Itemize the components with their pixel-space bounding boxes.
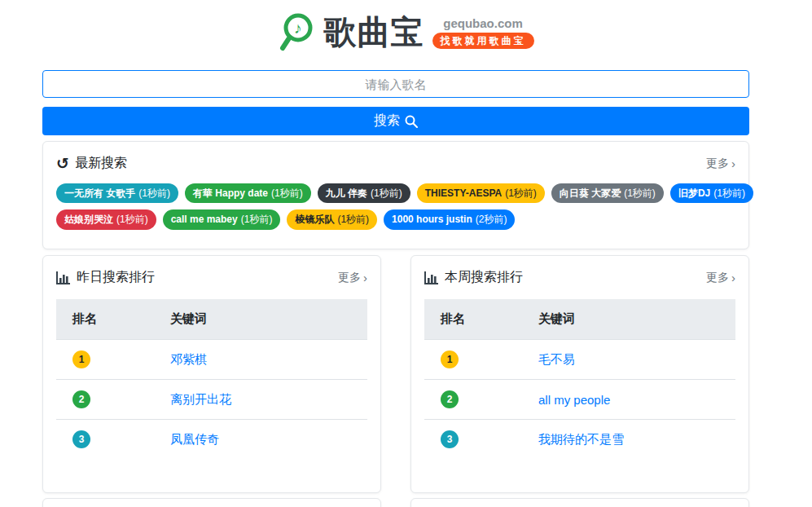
- table-row: 2all my people: [424, 380, 735, 420]
- chevron-right-icon: ›: [731, 157, 735, 170]
- tag-label: 旧梦DJ: [678, 187, 710, 199]
- ranking-more-link[interactable]: 更多 ›: [706, 271, 735, 285]
- tag-time: (1秒前): [241, 214, 273, 225]
- tag-label: 有華 Happy date: [193, 187, 268, 199]
- search-tag[interactable]: 九儿 伴奏(1秒前): [318, 183, 410, 203]
- keyword-link[interactable]: 毛不易: [538, 352, 575, 366]
- tag-label: THIESTY-AESPA: [425, 187, 502, 199]
- search-tag[interactable]: THIESTY-AESPA(1秒前): [417, 183, 545, 203]
- keyword-link[interactable]: all my people: [538, 393, 610, 407]
- search-tag[interactable]: 旧梦DJ(1秒前): [670, 183, 753, 203]
- latest-search-title: 最新搜索: [75, 155, 127, 172]
- chevron-right-icon: ›: [363, 271, 367, 284]
- site-domain: gequbao.com: [443, 16, 523, 30]
- table-row: 2离别开出花: [56, 380, 367, 420]
- latest-more-link[interactable]: 更多 ›: [706, 157, 735, 171]
- bar-chart-icon: [424, 271, 439, 284]
- keyword-link[interactable]: 邓紫棋: [170, 352, 207, 366]
- ranking-header: 昨日搜索排行 更多 ›: [56, 269, 367, 286]
- tag-label: 九儿 伴奏: [326, 187, 367, 199]
- table-row: 1邓紫棋: [56, 340, 367, 380]
- ranking-panel-week: 本周搜索排行 更多 › 排名 关键词 1毛不易2all my people3我期…: [410, 255, 749, 493]
- ranking-panel-yesterday: 昨日搜索排行 更多 › 排名 关键词 1邓紫棋2离别开出花3凤凰传奇: [42, 255, 381, 493]
- search-tag[interactable]: 姑娘别哭泣(1秒前): [56, 209, 156, 229]
- ranking-rows: 1毛不易2all my people3我期待的不是雪: [424, 340, 735, 460]
- search-tag[interactable]: 棱镜乐队(1秒前): [287, 209, 377, 229]
- table-row: 3我期待的不是雪: [424, 420, 735, 460]
- tag-time: (1秒前): [624, 187, 656, 199]
- site-slogan-badge: 找歌就用歌曲宝: [432, 33, 534, 49]
- tag-label: 1000 hours justin: [392, 214, 472, 225]
- tag-label: 一无所有 女歌手: [64, 187, 135, 199]
- search-input[interactable]: [42, 70, 749, 98]
- latest-search-panel: ↺ 最新搜索 更多 › 一无所有 女歌手(1秒前)有華 Happy date(1…: [42, 141, 749, 249]
- tag-row: 姑娘别哭泣(1秒前)call me mabey(1秒前)棱镜乐队(1秒前)100…: [56, 209, 735, 229]
- ranking-title: 本周搜索排行: [445, 269, 523, 286]
- tag-time: (1秒前): [138, 187, 170, 199]
- site-title: 歌曲宝: [324, 10, 424, 55]
- keyword-link[interactable]: 离别开出花: [170, 392, 231, 406]
- search-button-label: 搜索: [374, 112, 400, 130]
- column-header-rank: 排名: [56, 299, 154, 340]
- magnifier-music-note-icon: ♪: [279, 11, 316, 52]
- tag-label: 棱镜乐队: [295, 214, 334, 225]
- card-stub: [42, 498, 381, 507]
- brand-header: ♪ 歌曲宝 gequbao.com 找歌就用歌曲宝: [0, 7, 812, 57]
- search-icon: [405, 115, 418, 128]
- ranking-rows: 1邓紫棋2离别开出花3凤凰传奇: [56, 340, 367, 460]
- search-tag[interactable]: 有華 Happy date(1秒前): [185, 183, 311, 203]
- rank-badge: 3: [72, 430, 90, 448]
- svg-text:♪: ♪: [294, 20, 302, 37]
- latest-search-header: ↺ 最新搜索 更多 ›: [56, 155, 735, 172]
- bar-chart-icon: [56, 271, 71, 284]
- column-header-keyword: 关键词: [522, 299, 735, 340]
- table-row: 1毛不易: [424, 340, 735, 380]
- search-tag[interactable]: call me mabey(1秒前): [163, 209, 281, 229]
- rank-badge: 1: [72, 350, 90, 368]
- more-label: 更多: [706, 157, 729, 171]
- rank-badge: 2: [72, 390, 90, 408]
- ranking-table: 排名 关键词 1毛不易2all my people3我期待的不是雪: [424, 299, 735, 459]
- more-label: 更多: [706, 271, 729, 285]
- search-tag[interactable]: 1000 hours justin(2秒前): [384, 209, 515, 229]
- tag-time: (1秒前): [371, 187, 402, 199]
- table-row: 3凤凰传奇: [56, 420, 367, 460]
- tag-label: 姑娘别哭泣: [64, 214, 113, 225]
- keyword-link[interactable]: 凤凰传奇: [170, 432, 219, 446]
- rank-badge: 3: [441, 430, 459, 448]
- page: ♪ 歌曲宝 gequbao.com 找歌就用歌曲宝 搜索 ↺ 最新搜索 更多 ›…: [0, 0, 812, 507]
- tag-time: (1秒前): [116, 214, 148, 225]
- rank-badge: 1: [441, 350, 459, 368]
- column-header-keyword: 关键词: [154, 299, 367, 340]
- tag-row: 一无所有 女歌手(1秒前)有華 Happy date(1秒前)九儿 伴奏(1秒前…: [56, 183, 735, 203]
- tag-time: (1秒前): [505, 187, 537, 199]
- ranking-table: 排名 关键词 1邓紫棋2离别开出花3凤凰传奇: [56, 299, 367, 459]
- ranking-title: 昨日搜索排行: [77, 269, 155, 286]
- chevron-right-icon: ›: [731, 271, 735, 284]
- latest-tags: 一无所有 女歌手(1秒前)有華 Happy date(1秒前)九儿 伴奏(1秒前…: [56, 183, 735, 230]
- tag-time: (1秒前): [713, 187, 745, 199]
- tag-time: (1秒前): [337, 214, 369, 225]
- search-tag[interactable]: 一无所有 女歌手(1秒前): [56, 183, 178, 203]
- rank-badge: 2: [441, 390, 459, 408]
- tag-time: (1秒前): [271, 187, 303, 199]
- more-label: 更多: [338, 271, 361, 285]
- tag-time: (2秒前): [476, 214, 507, 225]
- search-button[interactable]: 搜索: [42, 107, 749, 135]
- card-stub: [410, 498, 749, 507]
- history-icon: ↺: [56, 156, 69, 171]
- ranking-more-link[interactable]: 更多 ›: [338, 271, 367, 285]
- search-tag[interactable]: 向日葵 大冢爱(1秒前): [551, 183, 664, 203]
- column-header-rank: 排名: [424, 299, 522, 340]
- tag-label: call me mabey: [171, 214, 238, 225]
- keyword-link[interactable]: 我期待的不是雪: [538, 432, 624, 446]
- brand-side: gequbao.com 找歌就用歌曲宝: [432, 16, 534, 49]
- ranking-header: 本周搜索排行 更多 ›: [424, 269, 735, 286]
- tag-label: 向日葵 大冢爱: [560, 187, 621, 199]
